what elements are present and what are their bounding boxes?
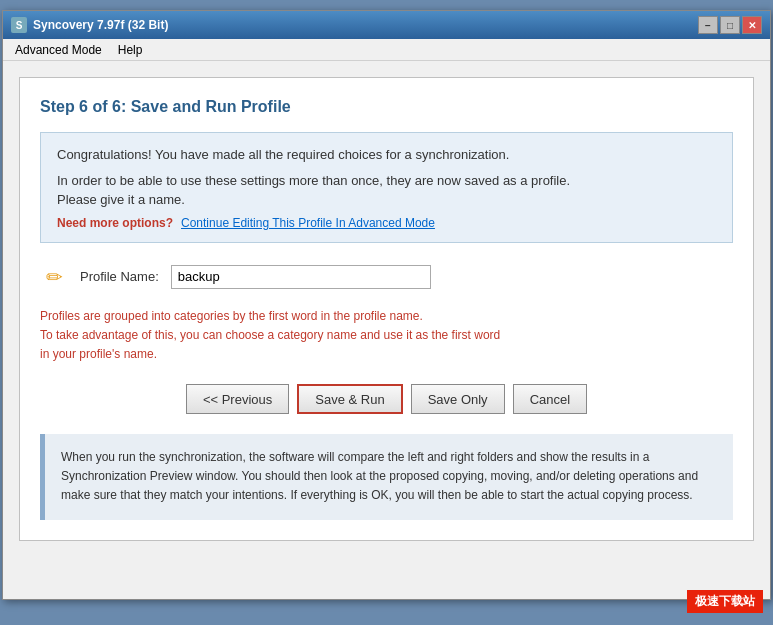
main-window: S Syncovery 7.97f (32 Bit) − □ ✕ Advance…: [2, 10, 771, 600]
app-icon: S: [11, 17, 27, 33]
pencil-icon: ✏: [40, 263, 68, 291]
wizard-panel: Step 6 of 6: Save and Run Profile Congra…: [19, 77, 754, 541]
warning-text: Profiles are grouped into categories by …: [40, 307, 733, 365]
minimize-button[interactable]: −: [698, 16, 718, 34]
menu-help[interactable]: Help: [110, 41, 151, 59]
menu-advanced-mode[interactable]: Advanced Mode: [7, 41, 110, 59]
profile-name-label: Profile Name:: [80, 269, 159, 284]
window-title: Syncovery 7.97f (32 Bit): [33, 18, 698, 32]
save-only-button[interactable]: Save Only: [411, 384, 505, 414]
advanced-mode-link[interactable]: Continue Editing This Profile In Advance…: [181, 216, 435, 230]
profile-name-input[interactable]: [171, 265, 431, 289]
bottom-note: When you run the synchronization, the so…: [40, 434, 733, 520]
cancel-button[interactable]: Cancel: [513, 384, 587, 414]
close-button[interactable]: ✕: [742, 16, 762, 34]
info-line-1: Congratulations! You have made all the r…: [57, 145, 716, 165]
step-title: Step 6 of 6: Save and Run Profile: [40, 98, 733, 116]
profile-name-row: ✏ Profile Name:: [40, 263, 733, 291]
window-controls: − □ ✕: [698, 16, 762, 34]
title-bar: S Syncovery 7.97f (32 Bit) − □ ✕: [3, 11, 770, 39]
maximize-button[interactable]: □: [720, 16, 740, 34]
button-row: << Previous Save & Run Save Only Cancel: [40, 384, 733, 414]
main-content: Step 6 of 6: Save and Run Profile Congra…: [3, 61, 770, 599]
info-line-2: In order to be able to use these setting…: [57, 171, 716, 210]
watermark: 极速下载站: [687, 590, 763, 613]
menu-bar: Advanced Mode Help: [3, 39, 770, 61]
need-more-label: Need more options?: [57, 216, 173, 230]
previous-button[interactable]: << Previous: [186, 384, 289, 414]
link-row: Need more options? Continue Editing This…: [57, 216, 716, 230]
info-box: Congratulations! You have made all the r…: [40, 132, 733, 243]
save-run-button[interactable]: Save & Run: [297, 384, 402, 414]
